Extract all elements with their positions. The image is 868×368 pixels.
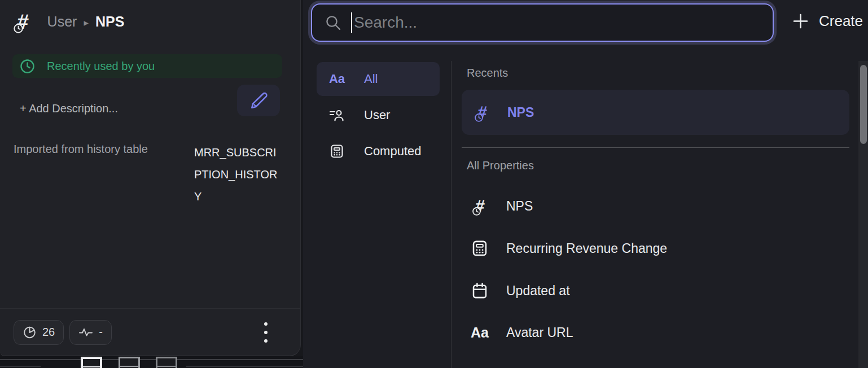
trend-button[interactable]: - xyxy=(69,320,112,345)
clock-overlay-icon xyxy=(472,207,481,216)
activity-icon xyxy=(78,326,93,339)
filter-tabs: Aa All User xyxy=(303,61,451,170)
property-item-avatar-url[interactable]: Aa Avatar URL xyxy=(462,325,859,341)
property-item-recurring-revenue-change[interactable]: Recurring Revenue Change xyxy=(462,240,859,257)
import-info-row: Imported from history table MRR_SUBSCRIP… xyxy=(14,142,288,208)
recent-item-nps[interactable]: # NPS xyxy=(462,90,849,135)
create-label: Create xyxy=(819,12,863,30)
add-description-button[interactable]: + Add Description... xyxy=(20,102,118,115)
user-list-icon xyxy=(329,108,345,122)
aa-icon: Aa xyxy=(329,72,345,86)
calculator-icon xyxy=(330,144,344,159)
background-bar xyxy=(81,357,102,368)
trend-value: - xyxy=(99,326,103,339)
item-label: Avatar URL xyxy=(506,325,573,340)
hash-clock-icon: # xyxy=(475,198,484,214)
search-modal: Search... Create Aa All xyxy=(303,0,868,368)
import-label: Imported from history table xyxy=(14,142,194,208)
kebab-dot xyxy=(264,331,268,334)
search-icon xyxy=(325,14,342,32)
property-item-nps[interactable]: # NPS xyxy=(462,198,859,214)
pencil-icon xyxy=(248,90,269,111)
search-placeholder: Search... xyxy=(354,14,417,32)
panel-footer: 26 - xyxy=(0,308,300,356)
hash-clock-icon: # xyxy=(477,104,486,121)
item-label: NPS xyxy=(506,199,533,214)
distribution-count-button[interactable]: 26 xyxy=(14,320,64,345)
chevron-right-icon: ▸ xyxy=(84,15,89,29)
recently-used-label: Recently used by you xyxy=(47,60,155,73)
aa-icon: Aa xyxy=(471,325,489,341)
tab-user[interactable]: User xyxy=(317,98,440,132)
scrollbar-thumb[interactable] xyxy=(860,65,867,144)
tab-label: User xyxy=(364,108,390,122)
background-page-strip xyxy=(0,356,303,368)
background-bar xyxy=(119,357,140,368)
breadcrumb-parent[interactable]: User xyxy=(47,14,77,30)
calculator-icon xyxy=(471,240,488,257)
hash-clock-icon: # xyxy=(17,11,28,32)
section-divider xyxy=(462,147,849,148)
item-label: Updated at xyxy=(506,283,570,299)
background-bar xyxy=(156,357,177,368)
section-title-recents: Recents xyxy=(467,67,859,80)
pie-chart-icon xyxy=(23,325,37,339)
item-label: Recurring Revenue Change xyxy=(506,241,667,256)
create-button[interactable]: Create xyxy=(792,12,863,30)
tab-all[interactable]: Aa All xyxy=(317,62,440,96)
breadcrumb-current: NPS xyxy=(95,14,124,30)
plus-icon xyxy=(792,12,809,30)
tab-label: Computed xyxy=(364,144,422,159)
background-gridline xyxy=(0,366,41,367)
text-cursor xyxy=(351,12,352,33)
recently-used-badge: Recently used by you xyxy=(12,54,282,78)
calendar-icon xyxy=(471,282,488,299)
search-input[interactable]: Search... xyxy=(311,3,774,42)
tab-computed[interactable]: Computed xyxy=(317,134,440,168)
import-table-name: MRR_SUBSCRIPTION_HISTORY xyxy=(194,142,283,208)
clock-overlay-icon xyxy=(474,113,484,122)
edit-button[interactable] xyxy=(237,85,280,116)
kebab-dot xyxy=(264,339,268,343)
scrollbar-track[interactable] xyxy=(858,61,868,368)
panel-header: # User ▸ NPS xyxy=(17,11,124,32)
clock-icon xyxy=(20,59,35,74)
results-list: Recents # NPS All Properties xyxy=(462,61,859,341)
background-gridline xyxy=(186,366,303,367)
kebab-dot xyxy=(264,322,268,326)
column-divider xyxy=(451,61,451,368)
more-options-button[interactable] xyxy=(264,322,268,343)
property-item-updated-at[interactable]: Updated at xyxy=(462,282,859,299)
background-gridline xyxy=(0,359,303,360)
breadcrumb: User ▸ NPS xyxy=(47,14,125,30)
tab-label: All xyxy=(364,72,378,86)
app-screen: # User ▸ NPS Recently used by you + Add … xyxy=(0,0,868,368)
clock-overlay-icon xyxy=(13,23,24,34)
section-title-all-properties: All Properties xyxy=(467,159,859,172)
property-details-panel: # User ▸ NPS Recently used by you + Add … xyxy=(0,0,301,356)
item-label: NPS xyxy=(507,105,534,120)
count-value: 26 xyxy=(42,326,55,339)
